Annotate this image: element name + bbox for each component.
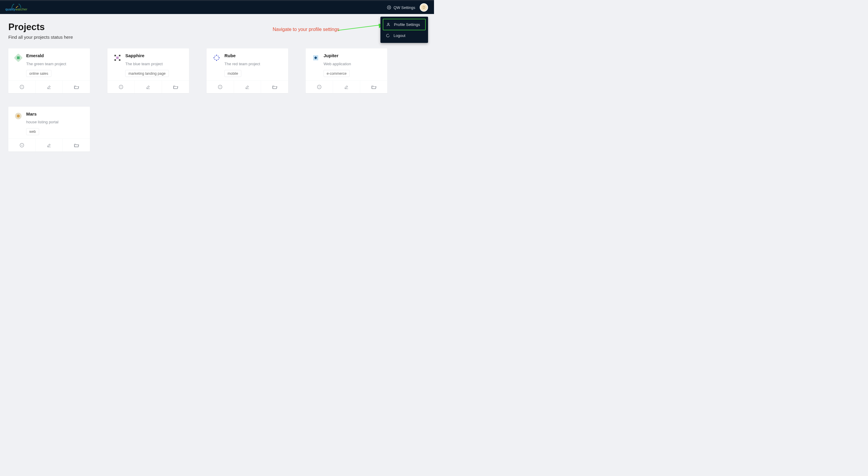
svg-rect-14	[119, 59, 121, 61]
project-card[interactable]: Marshouse listing portalweb	[8, 107, 90, 152]
qw-settings-label: QW Settings	[394, 5, 415, 10]
edit-button[interactable]	[333, 81, 360, 93]
svg-point-20	[218, 57, 220, 58]
dropdown-logout[interactable]: Logout	[383, 30, 426, 41]
svg-rect-11	[115, 55, 116, 56]
archive-button[interactable]	[306, 81, 333, 93]
archive-button[interactable]	[8, 81, 35, 93]
annotation-arrow-icon	[338, 24, 387, 34]
project-card[interactable]: RubeThe red team projectmobile	[207, 49, 288, 93]
svg-point-2	[389, 7, 390, 8]
dropdown-profile-label: Profile Settings	[394, 22, 420, 27]
folder-open-icon	[173, 84, 178, 90]
qw-settings-link[interactable]: QW Settings	[387, 5, 415, 10]
edit-button[interactable]	[234, 81, 261, 93]
main-content: Projects Find all your projects status h…	[0, 14, 434, 159]
project-name: Sapphire	[125, 53, 183, 58]
project-name: Rube	[224, 53, 282, 58]
gear-icon	[387, 5, 391, 9]
project-description: The blue team project	[125, 62, 183, 66]
card-info: Marshouse listing portalweb	[26, 111, 84, 135]
folder-open-icon	[272, 84, 277, 90]
project-tag: mobile	[224, 70, 241, 77]
svg-point-22	[215, 56, 216, 57]
svg-point-18	[216, 55, 217, 56]
card-footer	[107, 81, 189, 93]
avatar-letter: D	[423, 5, 425, 9]
archive-button[interactable]	[207, 81, 234, 93]
minus-circle-icon	[19, 84, 24, 89]
svg-rect-10	[116, 57, 119, 59]
svg-point-35	[17, 115, 20, 118]
minus-circle-icon	[317, 84, 322, 89]
edit-icon	[47, 85, 52, 89]
edit-button[interactable]	[35, 139, 63, 152]
folder-open-icon	[74, 142, 79, 148]
topbar: qualitywatcher QW Settings D	[0, 0, 434, 14]
card-info: EmeraldThe green team projectonline sale…	[26, 53, 84, 77]
avatar[interactable]: D	[420, 3, 428, 11]
svg-rect-12	[119, 55, 121, 56]
project-description: The red team project	[224, 62, 282, 66]
project-tag: web	[26, 128, 39, 135]
project-icon	[213, 54, 221, 62]
card-body: JupiterWeb applicatione-commerce	[306, 49, 387, 81]
edit-button[interactable]	[35, 81, 63, 93]
projects-grid: EmeraldThe green team projectonline sale…	[8, 49, 426, 152]
card-body: RubeThe red team projectmobile	[207, 49, 288, 81]
svg-point-19	[213, 57, 215, 58]
archive-button[interactable]	[107, 81, 134, 93]
svg-rect-6	[17, 57, 20, 59]
folder-open-icon	[371, 84, 377, 90]
svg-line-4	[338, 24, 384, 30]
card-footer	[207, 81, 288, 93]
card-footer	[8, 81, 90, 93]
project-icon	[312, 54, 320, 62]
project-tag: e-commerce	[323, 70, 350, 77]
project-description: The green team project	[26, 62, 84, 66]
card-footer	[306, 81, 387, 93]
edit-button[interactable]	[134, 81, 162, 93]
project-name: Jupiter	[323, 53, 381, 58]
open-button[interactable]	[63, 139, 90, 152]
project-name: Mars	[26, 111, 84, 116]
project-icon	[14, 54, 22, 62]
svg-point-25	[218, 59, 219, 60]
card-footer	[8, 139, 90, 152]
svg-point-23	[218, 56, 219, 57]
open-button[interactable]	[63, 81, 90, 93]
card-info: SapphireThe blue team projectmarketing l…	[125, 53, 183, 77]
card-info: RubeThe red team projectmobile	[224, 53, 282, 77]
project-card[interactable]: SapphireThe blue team projectmarketing l…	[107, 49, 189, 93]
project-icon	[114, 54, 121, 62]
project-icon	[14, 112, 22, 120]
svg-point-21	[216, 60, 217, 61]
open-button[interactable]	[261, 81, 288, 93]
project-tag: online sales	[26, 70, 51, 77]
card-body: Marshouse listing portalweb	[8, 107, 90, 139]
project-card[interactable]: EmeraldThe green team projectonline sale…	[8, 49, 90, 93]
user-dropdown: Profile Settings Logout	[380, 17, 428, 43]
svg-rect-13	[115, 59, 116, 61]
project-name: Emerald	[26, 53, 84, 58]
user-icon	[386, 23, 391, 27]
logo-text: qualitywatcher	[5, 8, 27, 11]
logo[interactable]: qualitywatcher	[5, 4, 27, 11]
page-subtitle: Find all your projects status here	[8, 35, 426, 40]
edit-icon	[245, 85, 250, 89]
open-button[interactable]	[162, 81, 189, 93]
dropdown-logout-label: Logout	[394, 33, 405, 38]
topbar-right: QW Settings D	[387, 3, 428, 11]
project-tag: marketing landing page	[125, 70, 169, 77]
project-description: house listing portal	[26, 120, 84, 124]
folder-open-icon	[74, 84, 79, 90]
archive-button[interactable]	[8, 139, 35, 152]
dropdown-profile-settings[interactable]: Profile Settings	[383, 19, 426, 30]
edit-icon	[146, 85, 151, 89]
svg-point-24	[215, 59, 216, 60]
open-button[interactable]	[360, 81, 388, 93]
project-description: Web application	[323, 62, 381, 66]
edit-icon	[47, 143, 52, 147]
card-info: JupiterWeb applicatione-commerce	[323, 53, 381, 77]
project-card[interactable]: JupiterWeb applicatione-commerce	[306, 49, 387, 93]
